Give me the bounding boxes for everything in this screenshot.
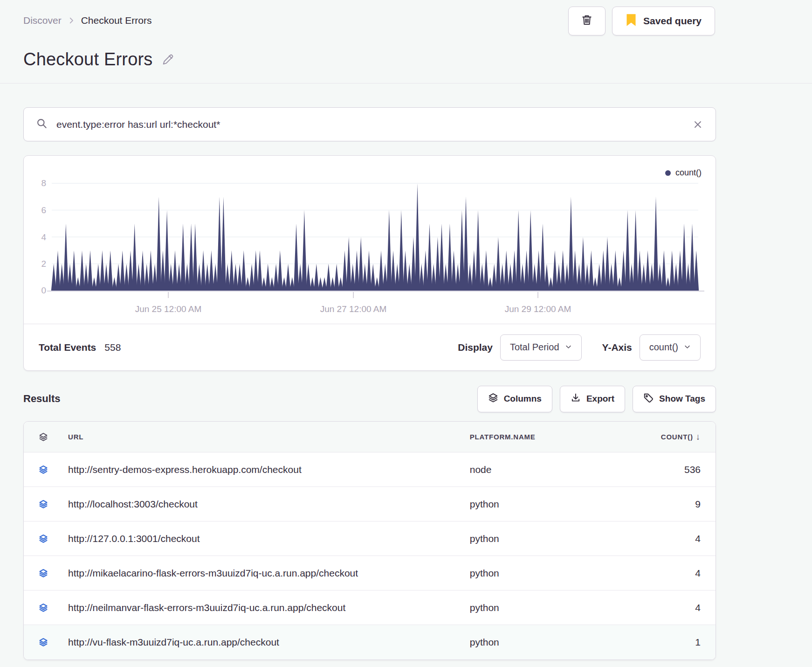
row-count: 4 — [633, 602, 701, 613]
sort-descending-icon: ↓ — [696, 432, 701, 442]
chart-footer: Total Events 558 Display Total Period Y-… — [24, 324, 716, 370]
trash-icon — [580, 14, 593, 29]
stack-icon-blue[interactable] — [39, 602, 48, 613]
y-axis-tick: 8 — [24, 178, 46, 188]
results-table: URL PLATFORM.NAME COUNT() ↓ http://sentr… — [23, 421, 716, 660]
chart-panel: count() 8 6 4 2 0 Jun 25 12:00 AM Jun 27… — [23, 155, 716, 371]
stack-icon[interactable] — [39, 431, 48, 443]
table-row[interactable]: http://neilmanvar-flask-errors-m3uuizd7i… — [24, 591, 716, 625]
stack-icon-blue[interactable] — [39, 637, 48, 648]
row-url[interactable]: http://neilmanvar-flask-errors-m3uuizd7i… — [68, 602, 470, 613]
x-axis-label: Jun 25 12:00 AM — [135, 304, 202, 314]
legend-label: count() — [675, 168, 702, 178]
title-row: Checkout Errors — [23, 49, 812, 69]
chevron-down-icon — [684, 342, 691, 353]
y-axis-label: Y-Axis — [602, 342, 632, 353]
row-count: 536 — [633, 464, 701, 475]
chart-svg[interactable] — [24, 156, 716, 317]
row-count: 9 — [633, 499, 701, 510]
export-label: Export — [586, 394, 614, 404]
stack-icon-blue[interactable] — [39, 499, 48, 510]
y-axis-dropdown[interactable]: count() — [640, 334, 701, 361]
header-actions: Saved query — [568, 7, 715, 35]
total-events-label: Total Events — [39, 342, 96, 353]
clear-search-icon[interactable] — [692, 119, 703, 130]
row-url[interactable]: http://localhost:3003/checkout — [68, 499, 470, 510]
saved-query-button[interactable]: Saved query — [612, 7, 715, 35]
x-axis-label: Jun 27 12:00 AM — [320, 304, 387, 314]
results-heading: Results — [23, 393, 60, 405]
y-axis-tick: 4 — [24, 232, 46, 243]
show-tags-label: Show Tags — [659, 394, 705, 404]
display-dropdown[interactable]: Total Period — [500, 334, 582, 361]
row-platform: python — [470, 499, 633, 510]
column-header-url[interactable]: URL — [68, 433, 470, 441]
results-header-row: Results Columns Export Show Tags — [23, 385, 716, 413]
column-header-platform[interactable]: PLATFORM.NAME — [470, 433, 633, 441]
row-url[interactable]: http://mikaelacarino-flask-errors-m3uuiz… — [68, 568, 470, 579]
row-url[interactable]: http://vu-flask-m3uuizd7iq-uc.a.run.app/… — [68, 637, 470, 648]
row-url[interactable]: http://sentry-demos-express.herokuapp.co… — [68, 464, 470, 475]
page-header: Discover Checkout Errors Saved query Che… — [0, 0, 812, 69]
row-count: 4 — [633, 568, 701, 579]
download-icon — [571, 393, 581, 405]
row-count: 1 — [633, 637, 701, 648]
results-actions: Columns Export Show Tags — [477, 386, 716, 412]
edit-title-pencil-icon[interactable] — [160, 52, 175, 67]
saved-query-label: Saved query — [643, 15, 702, 27]
breadcrumb-current: Checkout Errors — [81, 15, 152, 26]
table-row[interactable]: http://vu-flask-m3uuizd7iq-uc.a.run.app/… — [24, 625, 716, 660]
breadcrumb-discover[interactable]: Discover — [23, 15, 62, 26]
table-row[interactable]: http://127.0.0.1:3001/checkout python 4 — [24, 521, 716, 556]
table-header-row: URL PLATFORM.NAME COUNT() ↓ — [24, 422, 716, 452]
column-header-count[interactable]: COUNT() ↓ — [633, 432, 701, 442]
table-row[interactable]: http://localhost:3003/checkout python 9 — [24, 487, 716, 521]
row-platform: python — [470, 602, 633, 613]
stack-icon-blue[interactable] — [39, 464, 48, 475]
search-bar — [23, 107, 716, 141]
y-axis-tick: 6 — [24, 205, 46, 215]
export-button[interactable]: Export — [560, 386, 625, 412]
page-title: Checkout Errors — [23, 49, 153, 69]
display-label: Display — [458, 342, 493, 353]
row-platform: node — [470, 464, 633, 475]
bookmark-icon — [626, 14, 637, 29]
count-header-label: COUNT() — [661, 433, 693, 441]
columns-label: Columns — [504, 394, 542, 404]
legend-dot-icon — [665, 170, 671, 176]
total-events-value: 558 — [104, 342, 121, 353]
search-icon — [36, 118, 48, 132]
table-row[interactable]: http://sentry-demos-express.herokuapp.co… — [24, 452, 716, 487]
row-url[interactable]: http://127.0.0.1:3001/checkout — [68, 533, 470, 544]
row-count: 4 — [633, 533, 701, 544]
discover-content: count() 8 6 4 2 0 Jun 25 12:00 AM Jun 27… — [23, 83, 716, 660]
chart-legend[interactable]: count() — [665, 168, 702, 178]
table-row[interactable]: http://mikaelacarino-flask-errors-m3uuiz… — [24, 556, 716, 591]
delete-query-button[interactable] — [568, 7, 606, 35]
chevron-down-icon — [565, 342, 572, 353]
columns-button[interactable]: Columns — [477, 386, 552, 412]
y-axis-tick: 2 — [24, 259, 46, 269]
row-platform: python — [470, 568, 633, 579]
y-axis-tick: 0 — [24, 285, 46, 296]
search-input[interactable] — [56, 119, 684, 130]
chevron-right-icon — [67, 16, 76, 25]
results-table-body: http://sentry-demos-express.herokuapp.co… — [24, 452, 716, 660]
layers-icon — [488, 393, 498, 405]
x-axis-label: Jun 29 12:00 AM — [505, 304, 571, 314]
display-value: Total Period — [510, 342, 559, 353]
chart-controls: Display Total Period Y-Axis count() — [458, 334, 701, 361]
stack-icon-blue[interactable] — [39, 568, 48, 579]
stack-icon-blue[interactable] — [39, 533, 48, 544]
row-platform: python — [470, 637, 633, 648]
row-platform: python — [470, 533, 633, 544]
y-axis-value: count() — [649, 342, 678, 353]
show-tags-button[interactable]: Show Tags — [633, 386, 716, 412]
chart-area: 8 6 4 2 0 Jun 25 12:00 AM Jun 27 12:00 A… — [24, 156, 716, 317]
tag-icon — [643, 393, 654, 405]
